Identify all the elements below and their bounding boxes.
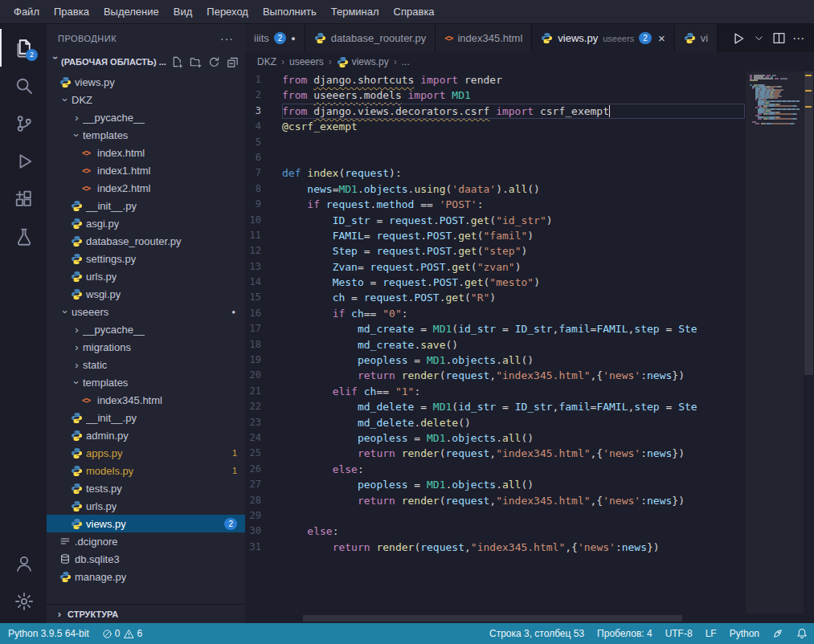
run-dropdown-icon[interactable] [750,29,767,48]
split-editor-icon[interactable] [770,29,787,48]
vertical-scrollbar-thumb[interactable] [804,71,813,375]
tree-file-dcignore[interactable]: .dcignore [47,532,245,550]
tab-iiits[interactable]: iiits2● [245,24,305,52]
tree-folder-dkz[interactable]: ›DKZ [47,91,245,108]
minimap[interactable] [745,71,804,613]
code-line[interactable]: 19 peopless = MD1.objects.all() [245,353,745,368]
code-line[interactable]: 3from django.views.decorators.csrf impor… [245,104,745,119]
tree-file-settings-py[interactable]: settings.py [47,250,245,267]
code-line[interactable]: 26 else: [245,462,745,477]
line-number[interactable]: 15 [245,290,282,305]
line-number[interactable]: 25 [245,446,282,461]
more-actions-icon[interactable]: ⋯ [790,29,808,48]
code-line[interactable]: 20 return render(request,"index345.html"… [245,368,745,383]
menu-file[interactable]: Файл [6,0,47,23]
code-line[interactable]: 7def index(request): [245,165,745,181]
tree-file-tests-py[interactable]: tests.py [47,479,245,497]
code-line[interactable]: 21 elif ch== "1": [245,384,745,399]
tree-folder-templates[interactable]: ›templates [47,126,245,144]
status-notifications[interactable] [790,623,814,644]
line-number[interactable]: 2 [245,88,282,103]
activity-explorer[interactable]: 2 [0,29,47,67]
line-number[interactable]: 28 [245,493,282,508]
tree-file-index345-html[interactable]: <>index345.html [47,391,245,409]
new-file-icon[interactable] [169,54,185,70]
menu-terminal[interactable]: Терминал [324,0,387,23]
activity-extensions[interactable] [0,180,47,218]
line-number[interactable]: 31 [245,540,282,555]
line-number[interactable]: 6 [245,150,282,165]
activity-testing[interactable] [0,218,47,255]
line-number[interactable]: 9 [245,197,282,212]
code-line[interactable]: 14 Mesto = request.POST.get("mesto") [245,275,745,290]
tree-folder-pycache[interactable]: ›__pycache__ [47,320,245,338]
status-encoding[interactable]: UTF-8 [659,623,699,644]
code-line[interactable]: 8 news=MD1.objects.using('daata').all() [245,181,745,197]
line-number[interactable]: 3 [245,104,282,119]
breadcrumb-item-views-py[interactable]: views.py [337,56,389,68]
code-line[interactable]: 24 peopless = MD1.objects.all() [245,430,745,446]
tab-views-py[interactable]: views.pyuseeers2× [532,24,674,52]
tree-folder-migrations[interactable]: ›migrations [47,338,245,356]
line-number[interactable]: 26 [245,462,282,477]
code-line[interactable]: 13 Zvan= request.POST.get("zvan") [245,259,745,275]
editor-lines[interactable]: 1from django.shortcuts import render2fro… [245,71,745,613]
line-number[interactable]: 19 [245,353,282,368]
explorer-more-actions-icon[interactable]: ··· [220,32,234,45]
code-line[interactable]: 30 else: [245,524,745,539]
tree-folder-templates[interactable]: ›templates [47,373,245,391]
status-feedback[interactable] [766,623,790,644]
line-number[interactable]: 8 [245,181,282,197]
line-number[interactable]: 20 [245,368,282,383]
code-line[interactable]: 1from django.shortcuts import render [245,72,745,88]
tree-file-apps-py[interactable]: apps.py1 [47,444,245,462]
line-number[interactable]: 7 [245,165,282,181]
tree-file-urls-py[interactable]: urls.py [47,497,245,515]
code-line[interactable]: 9 if request.method == 'POST': [245,197,745,212]
code-line[interactable]: 4@csrf_exempt [245,119,745,134]
close-icon[interactable]: × [658,32,665,44]
line-number[interactable]: 13 [245,259,282,275]
tree-file-asgi-py[interactable]: asgi.py [47,214,245,232]
activity-account[interactable] [0,544,47,582]
activity-settings[interactable] [0,582,47,620]
line-number[interactable]: 27 [245,477,282,492]
outline-section-header[interactable]: › СТРУКТУРА [47,604,245,623]
tree-file-db-sqlite3[interactable]: db.sqlite3 [47,550,245,568]
line-number[interactable]: 16 [245,306,282,321]
line-number[interactable]: 11 [245,228,282,243]
status-indentation[interactable]: Пробелов: 4 [591,623,659,644]
menu-selection[interactable]: Выделение [96,0,166,23]
code-line[interactable]: 17 md_create = MD1(id_str = ID_str,famil… [245,321,745,336]
menu-run[interactable]: Выполнить [256,0,324,23]
tree-file-index1-html[interactable]: <>index1.html [47,161,245,179]
code-line[interactable]: 22 md_delete = MD1(id_str = ID_str,famil… [245,399,745,414]
tree-folder-useeers[interactable]: ›useeers● [47,303,245,320]
code-line[interactable]: 15 ch = request.POST.get("R") [245,290,745,305]
code-line[interactable]: 10 ID_str = request.POST.get("id_str") [245,213,745,228]
code-line[interactable]: 27 peopless = MD1.objects.all() [245,477,745,492]
horizontal-scrollbar-thumb[interactable] [303,615,682,622]
status-problems[interactable]: 06 [96,623,149,644]
code-line[interactable]: 28 return render(request,"index345.html"… [245,493,745,508]
line-number[interactable]: 14 [245,275,282,290]
code-line[interactable]: 29 [245,508,745,524]
vertical-scrollbar[interactable] [804,71,814,613]
line-number[interactable]: 24 [245,430,282,446]
line-number[interactable]: 18 [245,337,282,353]
code-line[interactable]: 2from useeers.models import MD1 [245,88,745,103]
tree-file-init-py[interactable]: __init__.py [47,197,245,214]
tab-vi[interactable]: vi [675,24,718,52]
tab-database-roouter-py[interactable]: database_roouter.py [305,24,436,52]
breadcrumb-item-dkz[interactable]: DKZ [257,56,276,67]
line-number[interactable]: 5 [245,135,282,150]
tab-index345-html[interactable]: <>index345.html [436,24,532,52]
run-icon[interactable] [730,29,747,48]
status-language-mode[interactable]: Python [723,623,766,644]
status-cursor-position[interactable]: Строка 3, столбец 53 [481,623,591,644]
horizontal-scrollbar[interactable] [245,613,745,623]
line-number[interactable]: 10 [245,213,282,228]
menu-help[interactable]: Справка [387,0,442,23]
tree-file-wsgi-py[interactable]: wsgi.py [47,285,245,303]
activity-run-debug[interactable] [0,142,47,180]
